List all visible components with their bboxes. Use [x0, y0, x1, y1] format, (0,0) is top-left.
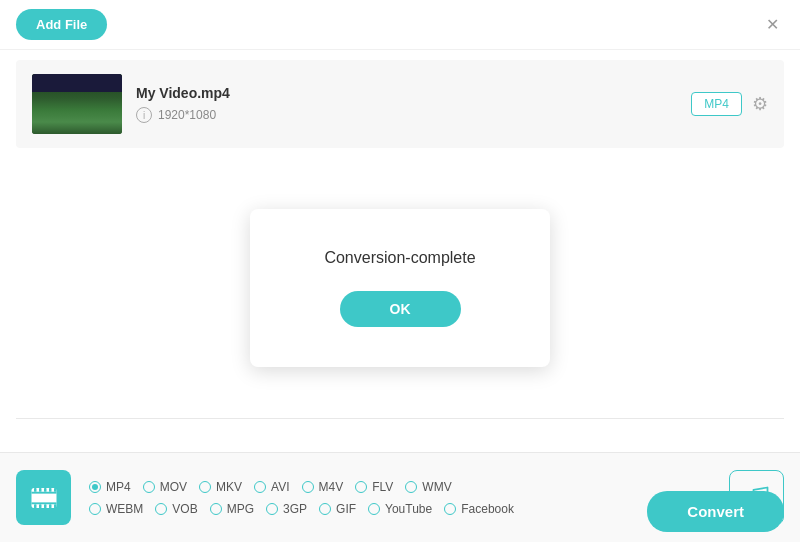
format-option-vob[interactable]: VOB [155, 502, 197, 516]
radio-youtube[interactable] [368, 503, 380, 515]
radio-gif[interactable] [319, 503, 331, 515]
format-label-wmv: WMV [422, 480, 451, 494]
video-format-icon-box[interactable] [16, 470, 71, 525]
format-label-vob: VOB [172, 502, 197, 516]
svg-rect-4 [34, 488, 37, 492]
file-name: My Video.mp4 [136, 85, 677, 101]
format-option-3gp[interactable]: 3GP [266, 502, 307, 516]
file-actions: MP4 ⚙ [691, 92, 768, 116]
file-meta: i 1920*1080 [136, 107, 677, 123]
svg-rect-2 [31, 491, 56, 493]
format-option-mpg[interactable]: MPG [210, 502, 254, 516]
svg-rect-7 [49, 488, 52, 492]
title-bar: Add File ✕ [0, 0, 800, 50]
svg-rect-3 [31, 502, 56, 504]
radio-m4v[interactable] [302, 481, 314, 493]
convert-button[interactable]: Convert [647, 491, 784, 532]
format-label-mpg: MPG [227, 502, 254, 516]
divider [16, 418, 784, 419]
radio-mp4[interactable] [89, 481, 101, 493]
format-label-youtube: YouTube [385, 502, 432, 516]
file-info: My Video.mp4 i 1920*1080 [136, 85, 677, 123]
svg-rect-6 [44, 488, 47, 492]
settings-icon[interactable]: ⚙ [752, 93, 768, 115]
svg-rect-11 [44, 504, 47, 508]
format-label-webm: WEBM [106, 502, 143, 516]
format-option-webm[interactable]: WEBM [89, 502, 143, 516]
format-label-facebook: Facebook [461, 502, 514, 516]
radio-flv[interactable] [355, 481, 367, 493]
format-option-mkv[interactable]: MKV [199, 480, 242, 494]
radio-avi[interactable] [254, 481, 266, 493]
file-resolution: 1920*1080 [158, 108, 216, 122]
radio-mov[interactable] [143, 481, 155, 493]
format-option-mp4[interactable]: MP4 [89, 480, 131, 494]
radio-mkv[interactable] [199, 481, 211, 493]
svg-rect-12 [49, 504, 52, 508]
radio-webm[interactable] [89, 503, 101, 515]
format-label-mkv: MKV [216, 480, 242, 494]
format-label-m4v: M4V [319, 480, 344, 494]
format-label-mov: MOV [160, 480, 187, 494]
format-label-3gp: 3GP [283, 502, 307, 516]
radio-3gp[interactable] [266, 503, 278, 515]
radio-facebook[interactable] [444, 503, 456, 515]
file-thumbnail [32, 74, 122, 134]
format-option-facebook[interactable]: Facebook [444, 502, 514, 516]
format-option-avi[interactable]: AVI [254, 480, 289, 494]
svg-rect-13 [54, 504, 57, 508]
format-badge-button[interactable]: MP4 [691, 92, 742, 116]
main-content: Conversion-complete OK [0, 158, 800, 418]
radio-mpg[interactable] [210, 503, 222, 515]
radio-vob[interactable] [155, 503, 167, 515]
format-option-youtube[interactable]: YouTube [368, 502, 432, 516]
film-icon [29, 483, 59, 513]
modal-title: Conversion-complete [310, 249, 490, 267]
close-button[interactable]: ✕ [760, 13, 784, 37]
format-option-flv[interactable]: FLV [355, 480, 393, 494]
add-file-button[interactable]: Add File [16, 9, 107, 40]
svg-rect-8 [54, 488, 57, 492]
format-label-avi: AVI [271, 480, 289, 494]
svg-rect-10 [39, 504, 42, 508]
format-label-gif: GIF [336, 502, 356, 516]
modal-dialog: Conversion-complete OK [250, 209, 550, 367]
format-option-wmv[interactable]: WMV [405, 480, 451, 494]
modal-overlay: Conversion-complete OK [0, 158, 800, 418]
format-option-mov[interactable]: MOV [143, 480, 187, 494]
file-item: My Video.mp4 i 1920*1080 MP4 ⚙ [16, 60, 784, 148]
format-option-m4v[interactable]: M4V [302, 480, 344, 494]
format-label-flv: FLV [372, 480, 393, 494]
svg-rect-9 [34, 504, 37, 508]
info-icon: i [136, 107, 152, 123]
format-label-mp4: MP4 [106, 480, 131, 494]
radio-wmv[interactable] [405, 481, 417, 493]
modal-ok-button[interactable]: OK [340, 291, 461, 327]
convert-button-area: Convert [647, 491, 784, 532]
format-option-gif[interactable]: GIF [319, 502, 356, 516]
svg-rect-5 [39, 488, 42, 492]
